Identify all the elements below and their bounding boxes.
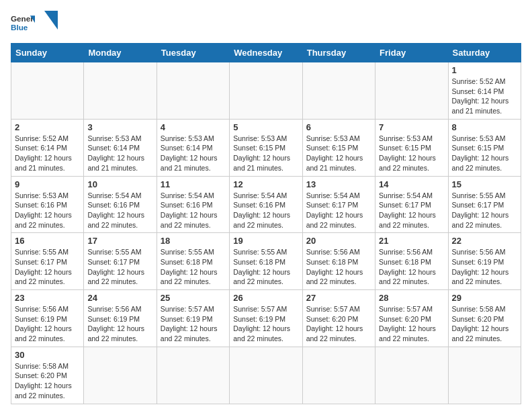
calendar-header-row: SundayMondayTuesdayWednesdayThursdayFrid… — [11, 44, 521, 62]
calendar-cell: 7Sunrise: 5:53 AM Sunset: 6:15 PM Daylig… — [375, 119, 448, 176]
day-number: 22 — [452, 236, 517, 246]
day-number: 7 — [379, 122, 444, 132]
calendar-cell — [11, 62, 84, 120]
day-info: Sunrise: 5:53 AM Sunset: 6:15 PM Dayligh… — [379, 134, 444, 173]
calendar-cell — [230, 62, 302, 120]
day-info: Sunrise: 5:54 AM Sunset: 6:16 PM Dayligh… — [87, 191, 152, 230]
calendar-cell: 21Sunrise: 5:56 AM Sunset: 6:18 PM Dayli… — [375, 233, 448, 290]
calendar-cell: 24Sunrise: 5:56 AM Sunset: 6:19 PM Dayli… — [84, 290, 157, 347]
day-info: Sunrise: 5:56 AM Sunset: 6:19 PM Dayligh… — [15, 304, 80, 344]
calendar-cell: 27Sunrise: 5:57 AM Sunset: 6:20 PM Dayli… — [302, 290, 375, 347]
day-info: Sunrise: 5:53 AM Sunset: 6:15 PM Dayligh… — [233, 134, 298, 173]
day-info: Sunrise: 5:58 AM Sunset: 6:20 PM Dayligh… — [15, 361, 80, 401]
calendar-cell: 18Sunrise: 5:55 AM Sunset: 6:18 PM Dayli… — [157, 233, 229, 290]
day-number: 19 — [233, 236, 298, 246]
day-info: Sunrise: 5:55 AM Sunset: 6:18 PM Dayligh… — [161, 247, 226, 287]
day-info: Sunrise: 5:54 AM Sunset: 6:16 PM Dayligh… — [233, 191, 298, 230]
header-thursday: Thursday — [302, 44, 375, 62]
header: General Blue — [11, 11, 521, 35]
calendar-cell: 28Sunrise: 5:57 AM Sunset: 6:20 PM Dayli… — [375, 290, 448, 347]
calendar-cell: 1Sunrise: 5:52 AM Sunset: 6:14 PM Daylig… — [448, 62, 521, 120]
calendar-cell: 5Sunrise: 5:53 AM Sunset: 6:15 PM Daylig… — [230, 119, 302, 176]
calendar-cell — [84, 62, 157, 120]
day-number: 27 — [306, 293, 371, 303]
header-friday: Friday — [375, 44, 448, 62]
day-number: 3 — [87, 122, 152, 132]
day-info: Sunrise: 5:56 AM Sunset: 6:18 PM Dayligh… — [306, 247, 371, 287]
svg-marker-3 — [44, 11, 58, 30]
calendar-table: SundayMondayTuesdayWednesdayThursdayFrid… — [11, 43, 521, 404]
calendar-cell — [157, 62, 229, 120]
day-info: Sunrise: 5:55 AM Sunset: 6:17 PM Dayligh… — [87, 247, 152, 287]
header-monday: Monday — [84, 44, 157, 62]
day-number: 2 — [15, 122, 80, 132]
day-info: Sunrise: 5:53 AM Sunset: 6:16 PM Dayligh… — [15, 191, 80, 230]
calendar-cell: 8Sunrise: 5:53 AM Sunset: 6:15 PM Daylig… — [448, 119, 521, 176]
day-info: Sunrise: 5:57 AM Sunset: 6:20 PM Dayligh… — [306, 304, 371, 344]
calendar-cell — [84, 347, 157, 404]
day-info: Sunrise: 5:54 AM Sunset: 6:16 PM Dayligh… — [161, 191, 226, 230]
day-number: 26 — [233, 293, 298, 303]
calendar-cell: 26Sunrise: 5:57 AM Sunset: 6:19 PM Dayli… — [230, 290, 302, 347]
day-info: Sunrise: 5:55 AM Sunset: 6:17 PM Dayligh… — [452, 191, 517, 230]
day-number: 16 — [15, 236, 80, 246]
day-info: Sunrise: 5:53 AM Sunset: 6:14 PM Dayligh… — [161, 134, 226, 173]
day-number: 6 — [306, 122, 371, 132]
day-number: 15 — [452, 179, 517, 189]
day-number: 29 — [452, 293, 517, 303]
header-wednesday: Wednesday — [230, 44, 302, 62]
day-number: 23 — [15, 293, 80, 303]
day-number: 30 — [15, 350, 80, 360]
day-info: Sunrise: 5:57 AM Sunset: 6:20 PM Dayligh… — [379, 304, 444, 344]
day-info: Sunrise: 5:55 AM Sunset: 6:18 PM Dayligh… — [233, 247, 298, 287]
day-info: Sunrise: 5:56 AM Sunset: 6:19 PM Dayligh… — [452, 247, 517, 287]
day-info: Sunrise: 5:56 AM Sunset: 6:19 PM Dayligh… — [87, 304, 152, 344]
calendar-cell: 16Sunrise: 5:55 AM Sunset: 6:17 PM Dayli… — [11, 233, 84, 290]
calendar-cell: 23Sunrise: 5:56 AM Sunset: 6:19 PM Dayli… — [11, 290, 84, 347]
day-number: 18 — [161, 236, 226, 246]
day-info: Sunrise: 5:52 AM Sunset: 6:14 PM Dayligh… — [452, 77, 517, 116]
calendar-cell — [302, 347, 375, 404]
calendar-cell: 2Sunrise: 5:52 AM Sunset: 6:14 PM Daylig… — [11, 119, 84, 176]
day-number: 10 — [87, 179, 152, 189]
day-number: 12 — [233, 179, 298, 189]
day-number: 14 — [379, 179, 444, 189]
calendar-cell: 15Sunrise: 5:55 AM Sunset: 6:17 PM Dayli… — [448, 176, 521, 233]
day-number: 13 — [306, 179, 371, 189]
svg-text:General: General — [11, 14, 35, 23]
logo-triangle-icon — [44, 11, 58, 30]
day-info: Sunrise: 5:52 AM Sunset: 6:14 PM Dayligh… — [15, 134, 80, 173]
calendar-cell: 4Sunrise: 5:53 AM Sunset: 6:14 PM Daylig… — [157, 119, 229, 176]
svg-text:Blue: Blue — [11, 23, 28, 32]
day-number: 20 — [306, 236, 371, 246]
calendar-cell — [157, 347, 229, 404]
day-info: Sunrise: 5:54 AM Sunset: 6:17 PM Dayligh… — [379, 191, 444, 230]
day-number: 17 — [87, 236, 152, 246]
day-info: Sunrise: 5:57 AM Sunset: 6:19 PM Dayligh… — [233, 304, 298, 344]
calendar-cell — [375, 347, 448, 404]
day-number: 24 — [87, 293, 152, 303]
day-number: 11 — [161, 179, 226, 189]
day-number: 4 — [161, 122, 226, 132]
day-number: 25 — [161, 293, 226, 303]
day-number: 21 — [379, 236, 444, 246]
day-info: Sunrise: 5:55 AM Sunset: 6:17 PM Dayligh… — [15, 247, 80, 287]
calendar-cell: 9Sunrise: 5:53 AM Sunset: 6:16 PM Daylig… — [11, 176, 84, 233]
calendar-cell — [230, 347, 302, 404]
calendar-cell — [448, 347, 521, 404]
day-info: Sunrise: 5:57 AM Sunset: 6:19 PM Dayligh… — [161, 304, 226, 344]
day-number: 1 — [452, 65, 517, 75]
day-info: Sunrise: 5:53 AM Sunset: 6:14 PM Dayligh… — [87, 134, 152, 173]
calendar-cell: 20Sunrise: 5:56 AM Sunset: 6:18 PM Dayli… — [302, 233, 375, 290]
calendar-cell — [302, 62, 375, 120]
header-sunday: Sunday — [11, 44, 84, 62]
calendar-cell — [375, 62, 448, 120]
calendar-cell: 3Sunrise: 5:53 AM Sunset: 6:14 PM Daylig… — [84, 119, 157, 176]
calendar-cell: 19Sunrise: 5:55 AM Sunset: 6:18 PM Dayli… — [230, 233, 302, 290]
day-info: Sunrise: 5:56 AM Sunset: 6:18 PM Dayligh… — [379, 247, 444, 287]
calendar-cell: 11Sunrise: 5:54 AM Sunset: 6:16 PM Dayli… — [157, 176, 229, 233]
logo-icon: General Blue — [11, 11, 35, 35]
calendar-cell: 13Sunrise: 5:54 AM Sunset: 6:17 PM Dayli… — [302, 176, 375, 233]
day-number: 9 — [15, 179, 80, 189]
calendar-cell: 14Sunrise: 5:54 AM Sunset: 6:17 PM Dayli… — [375, 176, 448, 233]
